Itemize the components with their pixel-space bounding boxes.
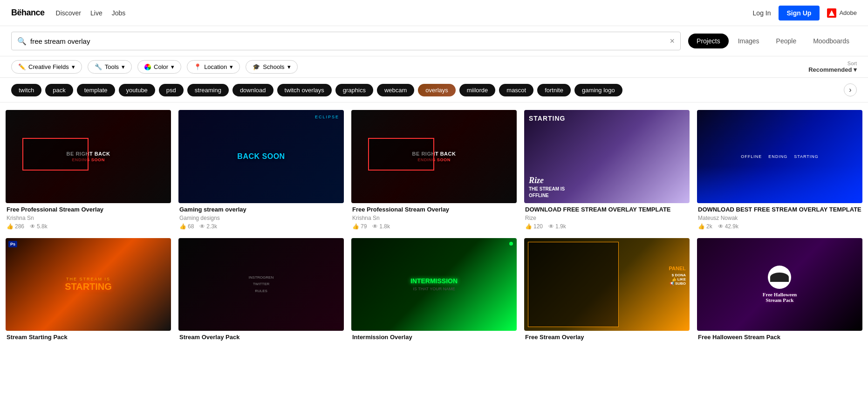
card-4-title: DOWNLOAD FREE STREAM OVERLAY TEMPLATE [525, 206, 689, 214]
filter-tools-chevron: ▾ [122, 63, 125, 70]
filter-schools[interactable]: 🎓 Schools ▾ [246, 60, 297, 74]
filter-tools-label: Tools [105, 63, 119, 70]
tab-images[interactable]: Images [731, 34, 767, 48]
header: Bëhance Discover Live Jobs Log In Sign U… [0, 0, 868, 26]
sort-value[interactable]: Recommended ▾ [808, 66, 857, 73]
sort-chevron: ▾ [854, 66, 857, 73]
tag-streaming[interactable]: streaming [187, 84, 229, 96]
filter-creative-fields-chevron: ▾ [72, 63, 75, 70]
tag-webcam[interactable]: webcam [377, 84, 414, 96]
tag-pack[interactable]: pack [45, 84, 73, 96]
card-9[interactable]: PANEL $ DONA👍 LIKE📢 SUBO Free Stream Ove… [524, 238, 690, 344]
nav-live[interactable]: Live [90, 9, 103, 17]
adobe-label: Adobe [839, 9, 857, 16]
tag-twitch-overlays[interactable]: twitch overlays [277, 84, 332, 96]
card-1-author: Krishna Sn [7, 215, 170, 221]
card-7-info: Stream Overlay Pack [178, 331, 344, 343]
color-icon [144, 64, 151, 70]
filters-area: ✏️ Creative Fields ▾ 🔧 Tools ▾ Color ▾ 📍… [0, 56, 868, 78]
card-1-info: Free Professional Stream Overlay Krishna… [6, 203, 171, 231]
clear-search-button[interactable]: × [670, 37, 675, 45]
card-3-author: Krishna Sn [352, 215, 516, 221]
card-6-title: Stream Starting Pack [7, 334, 170, 342]
filter-color-chevron: ▾ [171, 63, 174, 70]
card-1-thumbnail: BE RIGHT BACKENDING SOON [6, 110, 171, 203]
card-10-info: Free Halloween Stream Pack [697, 331, 862, 343]
card-3[interactable]: BE RIGHT BACKENDING SOON Free Profession… [351, 110, 517, 231]
card-2-thumbnail: BACK SOON ECLIPSE [178, 110, 344, 203]
card-10[interactable]: Free HalloweenStream Pack Free Halloween… [697, 238, 862, 344]
card-8-title: Intermission Overlay [352, 334, 516, 342]
card-9-title: Free Stream Overlay [525, 334, 689, 342]
card-1-title: Free Professional Stream Overlay [7, 206, 170, 214]
card-4-thumbnail: STARTING Rize THE STREAM ISOFFLINE [524, 110, 690, 203]
main-nav: Discover Live Jobs [56, 9, 126, 17]
card-5-views: 👁 42.9k [718, 223, 738, 230]
behance-logo[interactable]: Bëhance [11, 8, 45, 18]
card-8-info: Intermission Overlay [351, 331, 517, 343]
card-2-likes: 👍 68 [179, 223, 194, 230]
card-1-stats: 👍 286 👁 5.8k [7, 223, 170, 230]
card-7-thumb-inner: INSTROGRENTWITTERRULES [178, 238, 344, 331]
tag-youtube[interactable]: youtube [119, 84, 155, 96]
card-8-thumbnail: INTERMISSION IS THAT YOUR NAME [351, 238, 517, 331]
card-5-stats: 👍 2k 👁 42.9k [698, 223, 861, 230]
search-area: 🔍 × Projects Images People Moodboards [0, 26, 868, 56]
login-button[interactable]: Log In [753, 9, 771, 17]
card-2[interactable]: BACK SOON ECLIPSE Gaming stream overlay … [178, 110, 344, 231]
search-tabs: Projects Images People Moodboards [688, 34, 857, 48]
card-7[interactable]: INSTROGRENTWITTERRULES Stream Overlay Pa… [178, 238, 344, 344]
filter-tools[interactable]: 🔧 Tools ▾ [88, 60, 132, 74]
search-input[interactable] [30, 37, 666, 45]
card-3-info: Free Professional Stream Overlay Krishna… [351, 203, 517, 231]
adobe-branding: Adobe [827, 8, 857, 18]
tag-graphics[interactable]: graphics [335, 84, 373, 96]
tags-next-button[interactable]: › [844, 83, 857, 96]
filter-location-chevron: ▾ [230, 63, 233, 70]
card-6[interactable]: Ps THE STREAM IS STARTING Stream Startin… [6, 238, 171, 344]
card-5[interactable]: OFFLINE ENDING STARTING DOWNLOAD BEST FR… [697, 110, 862, 231]
filter-location-label: Location [204, 63, 227, 70]
tag-overlays[interactable]: overlays [418, 84, 455, 96]
adobe-icon [827, 8, 836, 18]
tab-people[interactable]: People [769, 34, 804, 48]
filter-creative-fields[interactable]: ✏️ Creative Fields ▾ [11, 60, 82, 74]
card-9-thumbnail: PANEL $ DONA👍 LIKE📢 SUBO [524, 238, 690, 331]
card-5-title: DOWNLOAD BEST FREE STREAM OVERLAY TEMPLA… [698, 206, 861, 214]
card-2-info: Gaming stream overlay Gaming designs 👍 6… [178, 203, 344, 231]
tag-miilorde[interactable]: miilorde [459, 84, 496, 96]
filter-location[interactable]: 📍 Location ▾ [187, 60, 240, 74]
filter-schools-chevron: ▾ [287, 63, 291, 70]
nav-discover[interactable]: Discover [56, 9, 81, 17]
card-10-thumbnail: Free HalloweenStream Pack [697, 238, 862, 331]
nav-jobs[interactable]: Jobs [112, 9, 126, 17]
card-3-thumb-inner: BE RIGHT BACKENDING SOON [351, 110, 517, 203]
tag-template[interactable]: template [77, 84, 115, 96]
filter-color-label: Color [154, 63, 168, 70]
photoshop-badge: Ps [8, 241, 17, 247]
tag-download[interactable]: download [232, 84, 273, 96]
filter-creative-fields-label: Creative Fields [28, 63, 69, 70]
card-6-thumbnail: Ps THE STREAM IS STARTING [6, 238, 171, 331]
tag-gaming-logo[interactable]: gaming logo [574, 84, 622, 96]
card-8[interactable]: INTERMISSION IS THAT YOUR NAME Intermiss… [351, 238, 517, 344]
tag-psd[interactable]: psd [159, 84, 184, 96]
tab-moodboards[interactable]: Moodboards [806, 34, 857, 48]
tag-fortnite[interactable]: fortnite [537, 84, 571, 96]
tag-twitch[interactable]: twitch [11, 84, 41, 96]
card-2-author: Gaming designs [179, 215, 343, 221]
card-7-thumbnail: INSTROGRENTWITTERRULES [178, 238, 344, 331]
card-4-thumb-inner: STARTING Rize THE STREAM ISOFFLINE [524, 110, 690, 203]
location-icon: 📍 [194, 63, 201, 70]
card-5-info: DOWNLOAD BEST FREE STREAM OVERLAY TEMPLA… [697, 203, 862, 231]
card-4[interactable]: STARTING Rize THE STREAM ISOFFLINE DOWNL… [524, 110, 690, 231]
grid-row-1: BE RIGHT BACKENDING SOON Free Profession… [6, 110, 862, 231]
signup-button[interactable]: Sign Up [779, 6, 820, 20]
card-1[interactable]: BE RIGHT BACKENDING SOON Free Profession… [6, 110, 171, 231]
card-4-stats: 👍 120 👁 1.9k [525, 223, 689, 230]
card-5-thumb-inner: OFFLINE ENDING STARTING [697, 110, 862, 203]
tab-projects[interactable]: Projects [688, 34, 729, 48]
filter-color[interactable]: Color ▾ [137, 60, 181, 74]
card-4-info: DOWNLOAD FREE STREAM OVERLAY TEMPLATE Ri… [524, 203, 690, 231]
tag-mascot[interactable]: mascot [499, 84, 533, 96]
